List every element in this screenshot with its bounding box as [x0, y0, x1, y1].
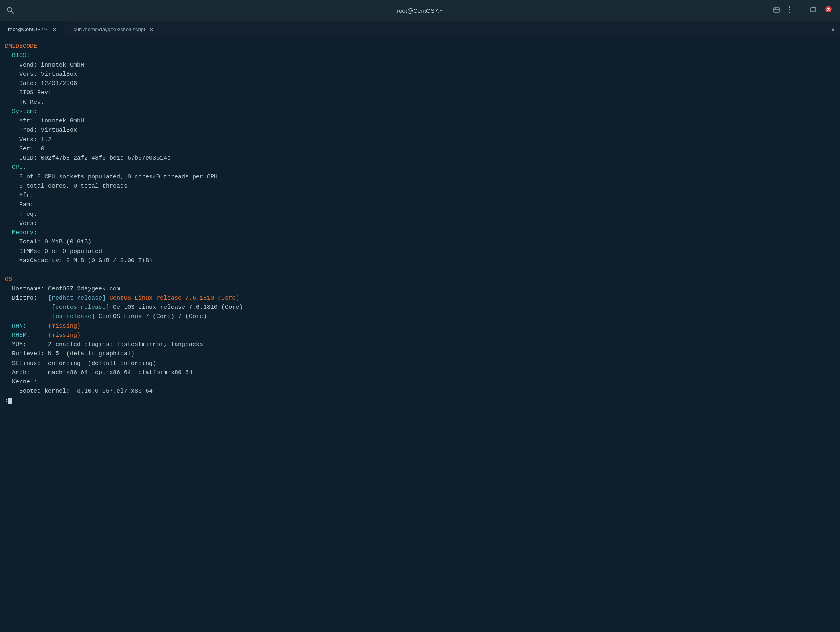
tab-root-label: root@CentOS7:~: [8, 26, 48, 32]
memory-maxcap: MaxCapacity: 0 MiB (0 GiB / 0.00 TiB): [5, 256, 835, 265]
cpu-cores: 0 total cores, 0 total threads: [5, 182, 835, 191]
tabbar: root@CentOS7:~ ✕ curl /home/daygeek/shel…: [0, 21, 840, 38]
cpu-vers: Vers:: [5, 219, 835, 228]
tab-root[interactable]: root@CentOS7:~ ✕: [0, 21, 65, 38]
tab-root-close[interactable]: ✕: [52, 26, 57, 33]
system-mfr: Mfr: innotek GmbH: [5, 116, 835, 126]
system-uuid: UUID: 002f47b8-2af2-48f5-be1d-67b67e0351…: [5, 154, 835, 163]
bios-vend: Vend: innotek GmbH: [5, 61, 835, 70]
restore-icon[interactable]: [809, 5, 818, 16]
svg-point-5: [789, 6, 790, 8]
window-controls: ─: [771, 4, 834, 17]
svg-rect-2: [774, 8, 779, 12]
os-distro1: Distro: [redhat-release] CentOS Linux re…: [5, 294, 835, 303]
menu-icon[interactable]: [787, 4, 792, 17]
bios-date: Date: 12/01/2006: [5, 79, 835, 88]
cursor: [8, 398, 12, 404]
memory-dimms: DIMMs: 0 of 0 populated: [5, 247, 835, 256]
terminal-content: DMIDECODE BIOS: Vend: innotek GmbH Vers:…: [0, 38, 840, 632]
minimize-icon[interactable]: ─: [797, 5, 804, 16]
os-arch: Arch: mach=x86_64 cpu=x86_64 platform=x8…: [5, 368, 835, 377]
os-runlevel: Runlevel: N 5 (default graphical): [5, 349, 835, 359]
svg-point-0: [8, 8, 12, 12]
os-distro3: [os-release] CentOS Linux 7 (Core) 7 (Co…: [5, 312, 835, 321]
tab-curl-close[interactable]: ✕: [149, 26, 154, 33]
tab-dropdown-button[interactable]: ▾: [826, 21, 840, 38]
cpu-sockets: 0 of 0 CPU sockets populated, 0 cores/0 …: [5, 172, 835, 182]
titlebar: root@CentOS7:~ ─: [0, 0, 840, 21]
os-kernel-booted: Booted kernel: 3.10.0-957.el7.x86_64: [5, 387, 835, 396]
memory-section: Memory:: [5, 228, 835, 237]
os-kernel-label: Kernel:: [5, 377, 835, 387]
cpu-freq: Freq:: [5, 210, 835, 219]
cpu-section: CPU:: [5, 163, 835, 172]
window-title: root@CentOS7:~: [397, 7, 443, 14]
system-section: System:: [5, 107, 835, 116]
os-distro2: [centos-release] CentOS Linux release 7.…: [5, 303, 835, 312]
cpu-mfr: Mfr:: [5, 191, 835, 200]
os-hostname: Hostname: CentOS7.2daygeek.com: [5, 284, 835, 294]
tab-curl[interactable]: curl /home/daygeek/shell-script ✕: [65, 21, 162, 38]
os-yum: YUM: 2 enabled plugins: fastestmirror, l…: [5, 340, 835, 349]
svg-line-1: [12, 12, 14, 14]
os-rhn: RHN: (missing): [5, 322, 835, 331]
os-header: OS: [5, 275, 835, 284]
blank-line: [5, 265, 835, 275]
system-vers: Vers: 1.2: [5, 135, 835, 144]
svg-rect-8: [811, 8, 815, 12]
bios-fw: FW Rev:: [5, 98, 835, 107]
search-button[interactable]: [6, 6, 14, 14]
close-window-icon[interactable]: [823, 4, 834, 17]
bios-vers: Vers: VirtualBox: [5, 70, 835, 79]
system-prod: Prod: VirtualBox: [5, 126, 835, 135]
prompt-line: :: [5, 396, 835, 405]
search-icon: [6, 6, 14, 14]
os-rhsm: RHSM: (missing): [5, 331, 835, 340]
svg-point-7: [789, 12, 790, 13]
bios-section: BIOS:: [5, 51, 835, 60]
dmidecode-header: DMIDECODE: [5, 42, 835, 51]
bios-rev: BIOS Rev:: [5, 88, 835, 97]
cpu-fam: Fam:: [5, 200, 835, 209]
new-tab-icon[interactable]: [771, 4, 782, 17]
svg-point-6: [789, 9, 790, 10]
os-selinux: SELinux: enforcing (default enforcing): [5, 359, 835, 368]
tab-curl-label: curl /home/daygeek/shell-script: [73, 26, 145, 32]
memory-total: Total: 0 MiB (0 GiB): [5, 237, 835, 247]
system-ser: Ser: 0: [5, 144, 835, 154]
